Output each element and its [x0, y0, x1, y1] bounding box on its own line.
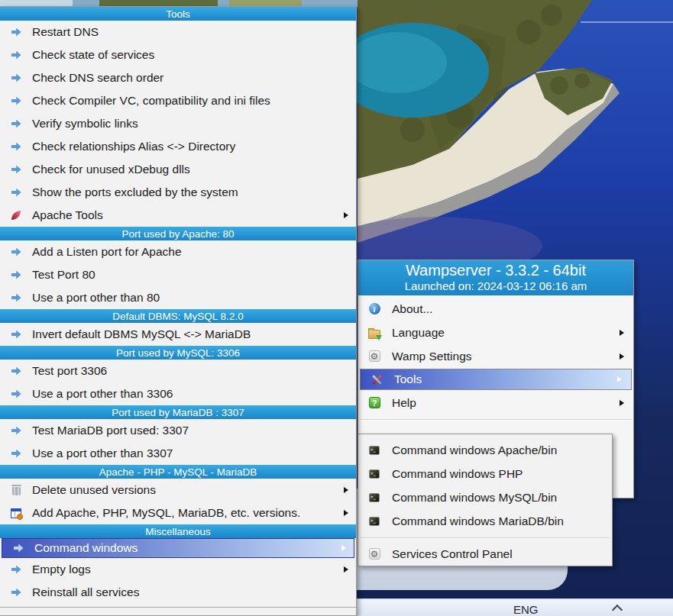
- submenu-arrow-icon: [344, 566, 348, 572]
- menu-item-label: Add Apache, PHP, MySQL, MariaDB, etc. ve…: [32, 506, 300, 520]
- menu-item-label: Check for unused xDebug dlls: [32, 163, 190, 176]
- tools-item-verify-symbolic-links[interactable]: Verify symbolic links: [0, 112, 356, 135]
- menu-item-label: Test Port 80: [32, 268, 95, 282]
- menu-item-label: Restart DNS: [32, 25, 99, 39]
- menu-item-label: Use a port other than 80: [32, 291, 160, 305]
- tools-item-show-ports-excluded[interactable]: Show the ports excluded by the system: [0, 181, 356, 204]
- menu-item-cmd-mariadb-bin[interactable]: Command windows MariaDB/bin: [358, 509, 612, 533]
- tools-item-test-mariadb-port[interactable]: Test MariaDB port used: 3307: [0, 419, 356, 442]
- section-header-tools: Tools: [0, 7, 356, 21]
- menu-item-label: Tools: [394, 373, 422, 386]
- menu-item-label: Command windows MySQL/bin: [392, 491, 557, 505]
- arrow-right-icon: [11, 367, 21, 376]
- tools-item-test-port-3306[interactable]: Test port 3306: [0, 360, 356, 382]
- section-header-port-mysql: Port used by MySQL: 3306: [0, 346, 356, 360]
- tools-item-delete-unused-versions[interactable]: Delete unused versions: [0, 479, 356, 502]
- menu-item-label: Use a port other than 3307: [32, 447, 173, 460]
- menu-item-label: Reinstall all services: [32, 585, 139, 599]
- tools-item-add-versions[interactable]: Add Apache, PHP, MySQL, MariaDB, etc. ve…: [0, 502, 356, 524]
- submenu-arrow-icon: [344, 510, 348, 516]
- menu-item-language[interactable]: Language: [358, 321, 633, 344]
- menu-item-tools[interactable]: Tools: [360, 369, 632, 390]
- tools-icon: [371, 374, 383, 385]
- menu-item-label: Command windows PHP: [392, 467, 523, 481]
- arrow-right-icon: [11, 450, 21, 458]
- tools-item-command-windows[interactable]: Command windows: [2, 538, 354, 558]
- arrow-right-icon: [11, 120, 21, 128]
- menu-item-label: Services Control Panel: [392, 547, 513, 561]
- arrow-right-icon: [11, 331, 21, 339]
- tools-item-check-dns-search-order[interactable]: Check DNS search order: [0, 66, 356, 89]
- gear-icon: ⚙: [369, 350, 380, 362]
- menu-item-wamp-settings[interactable]: ⚙ Wamp Settings: [358, 344, 633, 368]
- tools-item-empty-logs[interactable]: Empty logs: [0, 558, 356, 581]
- arrow-right-icon: [11, 51, 21, 60]
- add-versions-icon: [11, 508, 21, 518]
- menu-item-label: Check state of services: [32, 48, 154, 62]
- menu-item-label: Check DNS search order: [32, 71, 163, 85]
- arrow-right-icon: [11, 271, 21, 279]
- tools-item-check-unused-xdebug-dlls[interactable]: Check for unused xDebug dlls: [0, 158, 356, 181]
- section-header-default-dbms: Default DBMS: MySQL 8.2.0: [0, 309, 356, 323]
- submenu-arrow-icon: [341, 545, 346, 551]
- tools-item-test-port-80[interactable]: Test Port 80: [0, 263, 356, 286]
- show-hidden-icons-chevron-icon[interactable]: [612, 605, 623, 615]
- launched-on-label: Launched on: 2024-03-12 06:16 am: [358, 279, 633, 293]
- tools-item-check-relationships-alias-directory[interactable]: Check relationships Alias <-> Directory: [0, 135, 356, 158]
- tools-item-restart-dns[interactable]: Restart DNS: [0, 21, 356, 44]
- command-windows-submenu-window: Command windows Apache/bin Command windo…: [358, 434, 613, 566]
- gear-icon: ⚙: [369, 548, 380, 560]
- menu-item-label: Command windows MariaDB/bin: [392, 514, 564, 528]
- submenu-arrow-icon: [617, 376, 622, 382]
- section-header-port-mariadb: Port used by MariaDB : 3307: [0, 405, 356, 419]
- language-folder-icon: [368, 330, 380, 339]
- arrow-right-icon: [11, 28, 21, 37]
- menu-item-help[interactable]: ? Help: [358, 391, 633, 414]
- tools-item-add-listen-port[interactable]: Add a Listen port for Apache: [0, 240, 356, 263]
- arrow-right-icon: [11, 166, 21, 174]
- help-icon: ?: [369, 397, 380, 408]
- menu-item-label: Empty logs: [32, 563, 91, 576]
- menu-item-cmd-apache-bin[interactable]: Command windows Apache/bin: [358, 438, 612, 462]
- menu-item-cmd-php[interactable]: Command windows PHP: [358, 462, 612, 485]
- section-header-port-apache: Port used by Apache: 80: [0, 227, 356, 240]
- submenu-arrow-icon: [620, 353, 624, 360]
- console-icon: [369, 493, 380, 502]
- menu-item-label: Language: [392, 326, 445, 340]
- menu-separator: [361, 537, 610, 539]
- arrow-right-icon: [11, 589, 21, 597]
- menu-item-cmd-mysql-bin[interactable]: Command windows MySQL/bin: [358, 485, 612, 509]
- tools-item-invert-default-dbms[interactable]: Invert default DBMS MySQL <-> MariaDB: [0, 323, 356, 346]
- arrow-right-icon: [11, 143, 21, 151]
- tools-item-apache-tools[interactable]: Apache Tools: [0, 204, 356, 227]
- wampserver-menu-header: Wampserver - 3.3.2 - 64bit Launched on: …: [358, 260, 633, 295]
- menu-item-label: About...: [392, 302, 432, 316]
- tools-item-use-port-other-than-80[interactable]: Use a port other than 80: [0, 286, 356, 309]
- menu-item-services-control-panel[interactable]: ⚙ Services Control Panel: [358, 542, 612, 566]
- submenu-arrow-icon: [344, 212, 348, 218]
- arrow-right-icon: [11, 390, 21, 398]
- menu-item-label: Check Compiler VC, compatibility and ini…: [32, 94, 270, 108]
- submenu-arrow-icon: [620, 330, 624, 336]
- apache-feather-icon: [11, 211, 21, 220]
- language-indicator[interactable]: ENG: [513, 603, 539, 616]
- tools-submenu-window: Tools Restart DNS Check state of service…: [0, 6, 357, 616]
- arrow-right-icon: [11, 74, 21, 82]
- arrow-right-icon: [11, 248, 21, 256]
- menu-item-about[interactable]: i About...: [358, 297, 633, 321]
- menu-item-label: Command windows Apache/bin: [392, 443, 557, 457]
- menu-separator: [361, 419, 631, 421]
- menu-item-label: Help: [392, 396, 416, 410]
- menu-item-label: Test port 3306: [32, 364, 107, 378]
- tools-item-reinstall-all-services[interactable]: Reinstall all services: [0, 581, 356, 604]
- tools-item-use-port-other-than-3306[interactable]: Use a port other than 3306: [0, 382, 356, 405]
- wampserver-title: Wampserver - 3.3.2 - 64bit: [358, 261, 633, 279]
- submenu-arrow-icon: [344, 487, 348, 493]
- section-header-apache-php-mysql-mariadb: Apache - PHP - MySQL - MariaDB: [0, 465, 356, 479]
- tools-item-check-compiler-vc[interactable]: Check Compiler VC, compatibility and ini…: [0, 89, 356, 112]
- info-icon: i: [369, 303, 380, 314]
- tools-item-check-state-of-services[interactable]: Check state of services: [0, 44, 356, 66]
- menu-item-label: Use a port other than 3306: [32, 387, 173, 401]
- tools-item-use-port-other-than-3307[interactable]: Use a port other than 3307: [0, 442, 356, 465]
- menu-item-label: Check relationships Alias <-> Directory: [32, 140, 235, 153]
